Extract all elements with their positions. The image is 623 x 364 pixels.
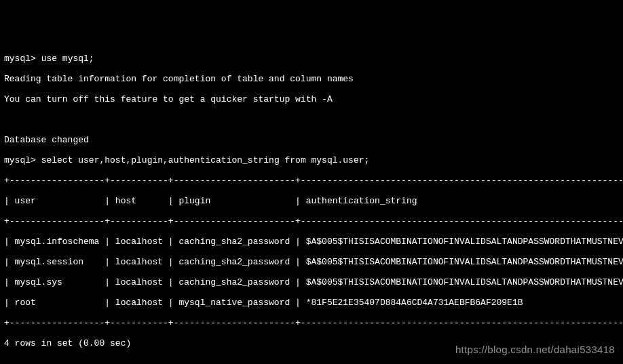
table-border: +------------------+-----------+--------… [4,216,620,226]
table-header: | user | host | plugin | authentication_… [4,196,620,206]
table-row: | root | localhost | mysql_native_passwo… [4,298,620,308]
watermark-text: https://blog.csdn.net/dahai533418 [455,344,615,355]
table-row: | mysql.sys | localhost | caching_sha2_p… [4,277,620,287]
info-line: You can turn off this feature to get a q… [4,94,620,104]
blank-line [4,115,620,125]
terminal-output: mysql> use mysql; Reading table informat… [4,43,620,364]
table-row: | mysql.session | localhost | caching_sh… [4,257,620,267]
db-changed: Database changed [4,135,620,145]
table-border: +------------------+-----------+--------… [4,318,620,328]
mysql-prompt: mysql> [4,155,36,165]
cmd-select-full: select user,host,plugin,authentication_s… [41,155,370,165]
table-row: | mysql.infoschema | localhost | caching… [4,237,620,247]
table-border: +------------------+-----------+--------… [4,176,620,186]
mysql-prompt: mysql> [4,54,36,64]
info-line: Reading table information for completion… [4,74,620,84]
blank-line [4,359,620,364]
cmd-use-mysql: use mysql; [41,54,94,64]
